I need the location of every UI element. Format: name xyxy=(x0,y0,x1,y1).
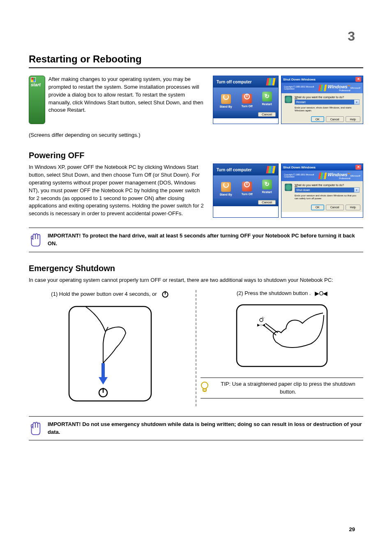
svg-point-11 xyxy=(201,382,208,389)
shutdown-dialog-restart: Shut Down Windows ✕ Copyright © 1985-200… xyxy=(281,76,363,124)
windows-flag-icon xyxy=(31,77,36,82)
windows-flag-icon xyxy=(318,85,327,91)
chevron-down-icon: ▼ xyxy=(354,188,359,192)
close-icon[interactable]: ✕ xyxy=(355,165,361,170)
restart-button[interactable]: Restart xyxy=(262,92,272,108)
standby-button[interactable]: Stand By xyxy=(219,92,232,108)
svg-point-10 xyxy=(260,318,263,322)
power-off-heading: Powering OFF xyxy=(29,151,363,160)
microsoft-label: Microsoft xyxy=(350,87,360,89)
help-button[interactable]: Help xyxy=(346,116,360,122)
standby-button[interactable]: Stand By xyxy=(219,180,232,196)
ok-button[interactable]: OK xyxy=(311,116,324,122)
method2-caption: (2) Press the shutdown button . xyxy=(237,290,311,296)
action-description: Ends your session and shuts down Windows… xyxy=(295,194,360,200)
hand-stop-icon xyxy=(29,421,42,435)
dialog-title: Shut Down Windows xyxy=(283,78,316,81)
ok-button[interactable]: OK xyxy=(311,205,324,210)
reset-glyph-icon: ▶O◀ xyxy=(315,290,327,297)
shutdown-action-select[interactable]: Restart ▼ xyxy=(295,99,360,105)
shutdown-action-select[interactable]: Shut down ▼ xyxy=(295,187,360,193)
method1-caption: (1) Hold the power button over 4 seconds… xyxy=(51,291,157,297)
svg-rect-2 xyxy=(69,306,151,401)
turn-off-title: Turn off computer xyxy=(217,168,251,172)
page-number: 29 xyxy=(349,526,355,532)
press-shutdown-button-illustration: ▶○◀ xyxy=(228,301,335,371)
windows-flag-icon xyxy=(266,78,275,85)
turn-off-button[interactable]: Turn Off xyxy=(242,180,253,196)
windows-flag-icon xyxy=(318,173,327,179)
action-description: Ends your session, shuts down Windows, a… xyxy=(295,106,360,112)
standby-icon xyxy=(221,182,231,192)
turn-off-icon xyxy=(242,94,252,104)
restart-icon xyxy=(262,92,272,101)
important-callout: IMPORTANT! To protect the hard drive, wa… xyxy=(29,228,363,252)
restart-paragraph: After making changes to your operating s… xyxy=(48,76,205,124)
turn-off-button[interactable]: Turn Off xyxy=(242,92,253,108)
chapter-number: 3 xyxy=(348,29,355,44)
standby-icon xyxy=(221,94,231,104)
copyright-text: Copyright © 1985-2001 Microsoft Corporat… xyxy=(284,86,319,90)
windows-xp-logo: Windowsxp xyxy=(327,172,350,177)
microsoft-label: Microsoft xyxy=(350,175,360,177)
important-callout: IMPORTANT! Do not use emergency shutdown… xyxy=(29,416,363,441)
important-text: IMPORTANT! To protect the hard drive, wa… xyxy=(48,232,363,248)
tip-text: TIP: Use a straightened paper clip to pr… xyxy=(213,380,363,396)
start-button-label: start xyxy=(31,82,41,87)
section-heading: Restarting or Rebooting xyxy=(29,53,363,65)
turn-off-icon xyxy=(242,182,252,191)
screens-caption: (Screens differ depending on security se… xyxy=(29,131,363,139)
cancel-button[interactable]: Cancel xyxy=(258,200,276,205)
emergency-paragraph: In case your operating system cannot pro… xyxy=(29,276,363,284)
section-rule xyxy=(29,67,363,68)
shutdown-prompt: WWhat do you want the computer to do?hat… xyxy=(295,96,360,99)
cancel-button[interactable]: Cancel xyxy=(326,205,344,210)
hand-stop-icon xyxy=(29,232,42,247)
svg-rect-7 xyxy=(237,305,327,366)
dialog-title: Shut Down Windows xyxy=(283,166,316,169)
turn-off-computer-panel-shutdown: Turn off computer Stand By Turn Off Rest… xyxy=(213,164,279,218)
shield-icon xyxy=(285,184,292,191)
svg-marker-4 xyxy=(99,377,108,385)
turn-off-computer-panel-restart: Turn off computer Stand By Turn Off Rest… xyxy=(213,76,279,124)
copyright-text: Copyright © 1985-2001 Microsoft Corporat… xyxy=(284,174,319,178)
shutdown-prompt: What do you want the computer to do? xyxy=(295,184,360,187)
hold-power-button-illustration xyxy=(61,302,159,405)
important-text: IMPORTANT! Do not use emergency shutdown… xyxy=(48,421,363,436)
power-icon xyxy=(161,290,169,298)
emergency-shutdown-heading: Emergency Shutdown xyxy=(29,264,363,273)
shutdown-dialog-shutdown: Shut Down Windows ✕ Copyright © 1985-200… xyxy=(281,164,363,218)
lightbulb-icon xyxy=(201,381,209,393)
vertical-divider xyxy=(196,290,196,406)
windows-flag-icon xyxy=(266,166,275,173)
tip-callout: TIP: Use a straightened paper clip to pr… xyxy=(201,378,363,399)
power-off-paragraph: In Windows XP, power OFF the Notebook PC… xyxy=(29,164,205,218)
shield-icon xyxy=(285,96,292,103)
reset-glyph-icon: ▶○◀ xyxy=(257,323,265,327)
help-button[interactable]: Help xyxy=(346,205,360,210)
cancel-button[interactable]: Cancel xyxy=(326,116,344,122)
close-icon[interactable]: ✕ xyxy=(355,77,361,82)
chevron-down-icon: ▼ xyxy=(354,100,359,104)
cancel-button[interactable]: Cancel xyxy=(258,112,276,117)
start-button[interactable]: start xyxy=(29,76,45,124)
restart-icon xyxy=(262,180,272,189)
windows-xp-logo: Windowsxp xyxy=(327,84,350,89)
restart-button[interactable]: Restart xyxy=(262,180,272,196)
turn-off-title: Turn off computer xyxy=(217,80,251,84)
